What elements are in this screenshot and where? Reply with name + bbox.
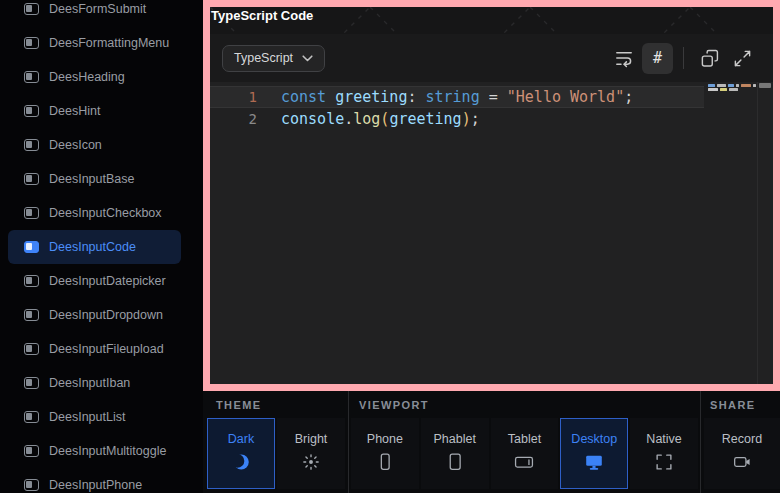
minimap [708,84,756,91]
component-icon [24,105,39,117]
sidebar-item-deesinputdatepicker[interactable]: DeesInputDatepicker [8,264,181,298]
token-plain: ; [471,110,480,128]
scrollbar-thumb[interactable] [759,83,771,88]
phone-button[interactable]: Phone [351,418,419,489]
tile-label: Bright [295,432,328,446]
component-icon [24,173,39,185]
sidebar-item-label: DeesFormSubmit [49,2,146,16]
code-line: 2console.log(greeting); [210,108,773,130]
sidebar-item-label: DeesInputFileupload [49,342,164,356]
token-plain [498,88,507,106]
expand-icon [733,49,752,68]
component-icon [24,445,39,457]
token-plain: ; [624,88,633,106]
toolbar-group-label: THEME [203,391,348,418]
toolbar-tiles: DarkBright [203,418,348,489]
sidebar-item-deeshint[interactable]: DeesHint [8,94,181,128]
token-plain: . [344,110,353,128]
expand-button[interactable] [727,43,757,73]
toolbar-group-theme: THEMEDarkBright [203,391,348,493]
token-variable: greeting [389,110,461,128]
token-keyword: string [426,88,480,106]
sidebar-item-label: DeesInputIban [49,376,130,390]
phone-icon [374,451,396,476]
component-icon [24,377,39,389]
sidebar-item-deesinputbase[interactable]: DeesInputBase [8,162,181,196]
component-icon [24,71,39,83]
bright-button[interactable]: Bright [277,418,345,489]
environment-toolbar: THEMEDarkBrightVIEWPORTPhonePhabletTable… [203,391,780,493]
sidebar-item-deesinputmultitoggle[interactable]: DeesInputMultitoggle [8,434,181,468]
sidebar-item-deesheading[interactable]: DeesHeading [8,60,181,94]
line-number: 2 [210,108,257,130]
sidebar-item-label: DeesFormattingMenu [49,36,169,50]
toolbar-group-viewport: VIEWPORTPhonePhabletTabletDesktopNative [349,391,700,493]
demo-title: TypeScript Code [211,8,313,23]
tile-label: Phablet [433,432,475,446]
component-icon [24,479,39,491]
component-icon [24,275,39,287]
sidebar-item-deesinputlist[interactable]: DeesInputList [8,400,181,434]
toolbar-group-label: SHARE [701,391,780,418]
sidebar-item-deesinputcheckbox[interactable]: DeesInputCheckbox [8,196,181,230]
copy-button[interactable] [694,43,724,73]
line-numbers-icon: # [653,49,662,67]
sidebar-item-deesinputfileupload[interactable]: DeesInputFileupload [8,332,181,366]
sidebar-item-label: DeesHeading [49,70,125,84]
sidebar-item-deesinputdropdown[interactable]: DeesInputDropdown [8,298,181,332]
component-icon [24,411,39,423]
minimap-divider [757,82,758,384]
desktop-button[interactable]: Desktop [560,418,628,489]
tablet-button[interactable]: Tablet [491,418,559,489]
component-list: DeesFormSubmitDeesFormattingMenuDeesHead… [0,0,203,493]
token-plain [416,88,425,106]
native-button[interactable]: Native [630,418,698,489]
token-bracket: ) [462,110,471,128]
component-icon [24,207,39,219]
sidebar-item-label: DeesInputList [49,410,125,424]
record-button[interactable]: Record [704,418,780,489]
token-variable: greeting [335,88,407,106]
tablet-icon [513,451,535,476]
tile-label: Tablet [508,432,541,446]
sidebar-item-label: DeesInputDropdown [49,308,163,322]
sidebar-item-deesinputphone[interactable]: DeesInputPhone [8,468,181,493]
token-plain: = [489,88,498,106]
token-plain [326,88,335,106]
dark-button[interactable]: Dark [207,418,275,489]
minimap-row [708,84,756,87]
app-window: DeesFormSubmitDeesFormattingMenuDeesHead… [0,0,780,493]
line-numbers-button[interactable]: # [642,43,673,74]
demo-frame: TypeScript Code TypeScript # [203,0,780,391]
tile-label: Dark [228,432,254,446]
code-editor[interactable]: 1const greeting: string = "Hello World";… [210,82,773,384]
sidebar-item-deesinputcode[interactable]: DeesInputCode [8,230,181,264]
component-icon [24,37,39,49]
desktop-icon [583,451,605,476]
sidebar-item-deesformattingmenu[interactable]: DeesFormattingMenu [8,26,181,60]
code-panel: TypeScript # [210,34,773,384]
phablet-icon [444,451,466,476]
sidebar-item-deesicon[interactable]: DeesIcon [8,128,181,162]
token-variable: console [281,110,344,128]
sidebar-item-label: DeesInputCode [49,240,136,254]
word-wrap-button[interactable] [609,43,639,73]
language-select[interactable]: TypeScript [222,45,325,72]
code-toolbar: TypeScript # [210,34,773,82]
record-icon [731,451,753,476]
sidebar-item-deesformsubmit[interactable]: DeesFormSubmit [8,0,181,26]
word-wrap-icon [614,48,634,68]
chevron-down-icon [302,55,313,62]
native-icon [653,451,675,476]
phablet-button[interactable]: Phablet [421,418,489,489]
copy-icon [700,49,719,68]
toolbar-tiles: PhonePhabletTabletDesktopNative [349,418,700,489]
toolbar-divider [683,47,684,69]
sidebar-item-deesinputiban[interactable]: DeesInputIban [8,366,181,400]
code-line: 1const greeting: string = "Hello World"; [210,86,704,108]
code-tools: # [609,43,757,74]
tile-label: Phone [367,432,403,446]
component-icon [24,343,39,355]
component-icon [24,139,39,151]
code-lines: 1const greeting: string = "Hello World";… [210,86,773,130]
